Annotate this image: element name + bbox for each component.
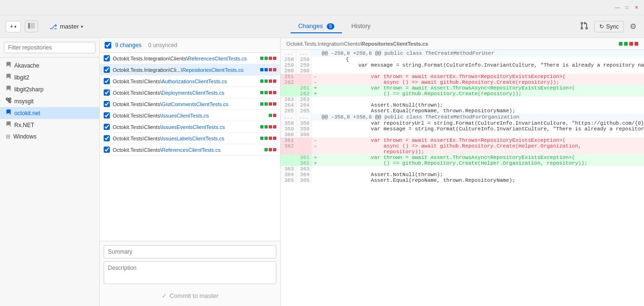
change-item[interactable]: Octokit.Tests\Clients\IssuesClientTests.… xyxy=(100,110,280,121)
dot-green xyxy=(264,102,268,106)
sidebar-repo-libgit2sharp[interactable]: libgit2sharp xyxy=(0,83,99,95)
svg-point-3 xyxy=(9,101,11,103)
dot-green xyxy=(260,79,263,83)
change-item[interactable]: Octokit.Tests\Clients\ReferencesClientTe… xyxy=(100,144,280,156)
sync-button[interactable]: ↻ Sync xyxy=(594,21,624,32)
diff-code: () => github.Repository.Create(repositor… xyxy=(319,91,644,97)
commit-button[interactable]: ✓ Commit to master xyxy=(104,289,276,302)
ln-left: 260 xyxy=(281,68,296,74)
dot-red xyxy=(269,148,272,151)
ln-left: 265 xyxy=(281,108,296,114)
change-checkbox[interactable] xyxy=(104,101,110,107)
add-button[interactable]: + ▾ xyxy=(6,21,21,32)
dot-red xyxy=(269,125,272,128)
tab-history[interactable]: History xyxy=(344,20,378,33)
sidebar-repo-msysgit[interactable]: msysgit xyxy=(0,95,99,107)
change-item[interactable]: Octokit.Tests\Clients\DeploymentsClientT… xyxy=(100,87,280,99)
dot-red xyxy=(273,79,276,83)
change-checkbox[interactable] xyxy=(104,89,110,96)
change-checkbox[interactable] xyxy=(104,67,110,73)
sidebar-repo-libgit2[interactable]: libgit2 xyxy=(0,71,99,83)
ln-right: 259 xyxy=(296,62,312,68)
diff-content[interactable]: ... ... @@ -258,8 +258,8 @@ public class… xyxy=(281,50,644,306)
change-item[interactable]: Octokit.Tests\Clients\GistCommentsClient… xyxy=(100,99,280,110)
sidebar-repo-akavache[interactable]: Akavache xyxy=(0,59,99,71)
diff-sign: + xyxy=(312,160,319,166)
commit-label: Commit to master xyxy=(170,292,219,299)
collapse-button[interactable] xyxy=(25,20,38,32)
tab-changes-label: Changes xyxy=(298,22,323,30)
close-button[interactable]: ✕ xyxy=(633,4,640,11)
dot-red xyxy=(273,125,276,128)
diff-code: () => github.Repository.Create(Helper.Or… xyxy=(319,160,644,166)
ln-left xyxy=(281,91,296,97)
changes-header: 9 changes 0 unsynced xyxy=(100,38,280,53)
ln-left: 360 xyxy=(281,132,296,138)
ln-right: 265 xyxy=(296,108,312,114)
ln-left: 261 xyxy=(281,74,296,79)
change-item[interactable]: Octokit.Tests\Clients\IssuesEventsClient… xyxy=(100,121,280,133)
change-checkbox[interactable] xyxy=(104,55,110,61)
ln-right: 262 xyxy=(296,91,312,97)
diff-sign xyxy=(312,120,319,126)
description-input[interactable] xyxy=(104,261,276,284)
app: + ▾ ⎇ master ▾ Changes 9 His xyxy=(0,15,644,306)
diff-row: 262 + () => github.Repository.Create(rep… xyxy=(281,91,644,97)
change-checkbox[interactable] xyxy=(104,124,110,130)
select-all-checkbox[interactable] xyxy=(105,42,111,49)
sidebar-repo-windows[interactable]: ⊞Windows xyxy=(0,131,99,142)
diff-status-dots xyxy=(619,42,638,46)
toolbar: + ▾ ⎇ master ▾ Changes 9 His xyxy=(0,15,644,38)
change-dots xyxy=(269,114,276,117)
change-dots xyxy=(260,79,276,83)
repo-search-input[interactable] xyxy=(4,42,96,53)
ln-right: 264 xyxy=(296,102,312,108)
change-item[interactable]: Octokit.Tests\Clients\AuthorizationsClie… xyxy=(100,76,280,87)
ln-right xyxy=(296,138,312,143)
change-checkbox[interactable] xyxy=(104,135,110,141)
add-dropdown-icon: ▾ xyxy=(14,24,17,29)
settings-button[interactable]: ⚙ xyxy=(628,20,638,33)
ln-left: ... xyxy=(281,50,296,57)
diff-code: var thrown = await AssertEx.Throws<Repos… xyxy=(319,138,644,143)
change-checkbox[interactable] xyxy=(104,112,110,118)
diff-sign: - xyxy=(312,74,319,79)
sidebar-repo-rx.net[interactable]: Rx.NET xyxy=(0,119,99,131)
diff-row: 259 259 var message = string.Format(Cult… xyxy=(281,62,644,68)
diff-path-prefix: Octokit.Tests.Integration\Clients\ xyxy=(286,41,361,47)
change-checkbox[interactable] xyxy=(104,147,110,153)
dot-red xyxy=(269,57,272,60)
summary-input[interactable] xyxy=(104,245,276,258)
repo-list: Akavachelibgit2libgit2sharpmsysgitoctoki… xyxy=(0,58,99,306)
tab-changes[interactable]: Changes 9 xyxy=(291,20,342,33)
change-path: Octokit.Tests\Clients\IssuesEventsClient… xyxy=(113,124,257,130)
diff-row: 364 364 Assert.NotNull(thrown); xyxy=(281,172,644,178)
ln-right xyxy=(296,79,312,85)
diff-sign: - xyxy=(312,138,319,143)
branch-icon: ⎇ xyxy=(49,23,57,30)
dot-red xyxy=(273,148,276,151)
change-item[interactable]: Octokit.Tests.Integration\Clients\Refere… xyxy=(100,53,280,64)
change-checkbox[interactable] xyxy=(104,78,110,84)
svg-line-7 xyxy=(8,100,10,101)
branch-selector[interactable]: master ▾ xyxy=(60,23,83,30)
change-item[interactable]: Octokit.Tests.Integration\Cli...\Reposit… xyxy=(100,64,280,76)
pr-button[interactable] xyxy=(578,20,590,34)
repo-icon xyxy=(6,121,11,128)
diff-sign xyxy=(312,149,319,155)
sidebar-repo-octokit.net[interactable]: octokit.net xyxy=(0,107,99,119)
dot-green xyxy=(264,137,268,140)
diff-sign: + xyxy=(312,91,319,97)
minimize-button[interactable]: — xyxy=(614,4,621,11)
repo-name: octokit.net xyxy=(14,110,40,117)
change-dots xyxy=(260,68,276,71)
ln-left xyxy=(281,149,296,155)
ln-right: 361 xyxy=(296,155,312,160)
change-item[interactable]: Octokit.Tests\Clients\IssuesLabelsClient… xyxy=(100,133,280,144)
diff-row: 361 - var thrown = await AssertEx.Throws… xyxy=(281,138,644,143)
ln-right: 359 xyxy=(296,126,312,132)
diff-row: 362 + () => github.Repository.Create(Hel… xyxy=(281,160,644,166)
maximize-button[interactable]: □ xyxy=(623,4,631,11)
sidebar: Akavachelibgit2libgit2sharpmsysgitoctoki… xyxy=(0,38,100,306)
dot-red xyxy=(273,68,276,71)
